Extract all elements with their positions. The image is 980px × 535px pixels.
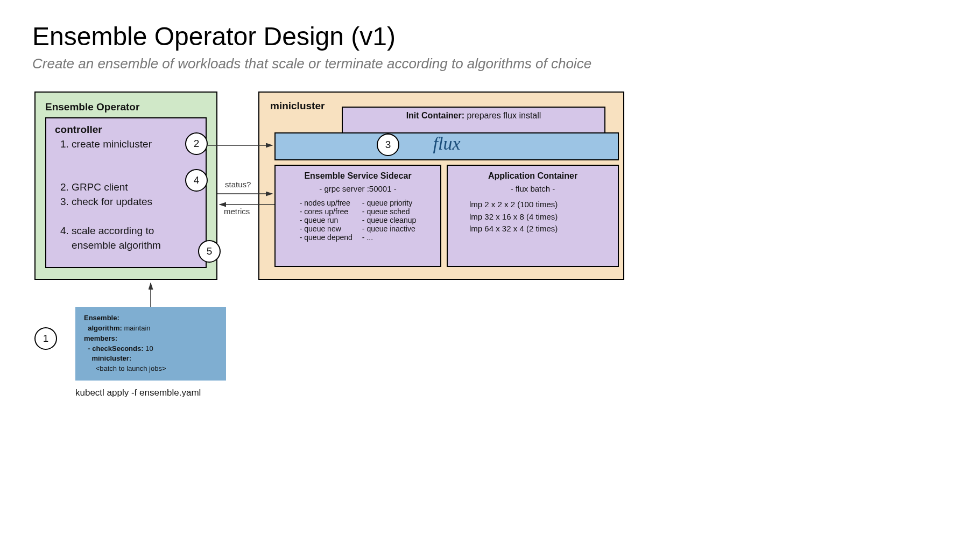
init-container-desc: prepares flux install <box>464 111 541 120</box>
controller-step-4a: 4. scale according to <box>60 223 197 238</box>
sidecar-sub: - grpc server :50001 - <box>283 184 433 193</box>
sidecar-metric: - queue depend <box>300 233 352 242</box>
sidecar-metric: - nodes up/free <box>300 199 352 207</box>
sidecar-title: Ensemble Service Sidecar <box>283 171 433 181</box>
page-title: Ensemble Operator Design (v1) <box>32 22 948 51</box>
app-job: lmp 2 x 2 x 2 (100 times) <box>469 199 610 211</box>
sidecar-metric: - queue new <box>300 224 352 233</box>
app-sub: - flux batch - <box>455 184 610 193</box>
step-badge-5: 5 <box>198 240 221 263</box>
yaml-line: <batch to launch jobs> <box>84 364 166 372</box>
arrow-label-status: status? <box>225 180 251 189</box>
sidecar-metric: - ... <box>362 233 416 242</box>
application-container-box: Application Container - flux batch - lmp… <box>447 165 619 267</box>
sidecar-metric: - queue run <box>300 216 352 224</box>
ensemble-service-sidecar-box: Ensemble Service Sidecar - grpc server :… <box>274 165 441 267</box>
sidecar-metric: - queue cleanup <box>362 216 416 224</box>
yaml-line: minicluster: <box>84 354 131 362</box>
app-job: lmp 64 x 32 x 4 (2 times) <box>469 223 610 235</box>
yaml-line: - checkSeconds: <box>84 344 144 353</box>
step-badge-2: 2 <box>185 132 208 155</box>
sidecar-metric: - queue priority <box>362 199 416 207</box>
yaml-line: members: <box>84 334 117 342</box>
init-container-label: Init Container: <box>406 111 464 120</box>
init-container-box: Init Container: prepares flux install <box>342 107 605 133</box>
step-badge-4: 4 <box>185 169 208 192</box>
controller-step-4b: ensemble algorithm <box>60 238 197 253</box>
diagram-canvas: Ensemble Operator controller 1. create m… <box>32 91 786 441</box>
controller-box: controller 1. create minicluster 2. GRPC… <box>45 117 207 268</box>
sidecar-metric: - queue inactive <box>362 224 416 233</box>
sidecar-metric: - queue sched <box>362 207 416 216</box>
yaml-spec-box: Ensemble: algorithm: maintain members: -… <box>75 307 226 381</box>
yaml-val: 10 <box>144 344 153 353</box>
sidecar-col-1: - nodes up/free - cores up/free - queue … <box>300 199 352 242</box>
sidecar-metric: - cores up/free <box>300 207 352 216</box>
yaml-val: maintain <box>122 324 151 332</box>
sidecar-col-2: - queue priority - queue sched - queue c… <box>362 199 416 242</box>
ensemble-operator-title: Ensemble Operator <box>45 101 207 113</box>
arrow-label-metrics: metrics <box>224 207 250 216</box>
controller-title: controller <box>55 124 197 136</box>
app-title: Application Container <box>455 171 610 181</box>
flux-bar: flux <box>274 132 619 160</box>
page-subtitle: Create an ensemble of workloads that sca… <box>32 55 948 72</box>
controller-step-3: 3. check for updates <box>60 194 197 209</box>
app-job: lmp 32 x 16 x 8 (4 times) <box>469 211 610 223</box>
step-badge-1: 1 <box>34 327 57 350</box>
flux-logo: flux <box>433 133 461 153</box>
kubectl-command: kubectl apply -f ensemble.yaml <box>75 388 201 398</box>
yaml-line: Ensemble: <box>84 314 119 322</box>
controller-step-1: 1. create minicluster <box>60 137 197 152</box>
yaml-line: algorithm: <box>84 324 122 332</box>
controller-step-2: 2. GRPC client <box>60 180 197 195</box>
step-badge-3: 3 <box>377 133 399 156</box>
